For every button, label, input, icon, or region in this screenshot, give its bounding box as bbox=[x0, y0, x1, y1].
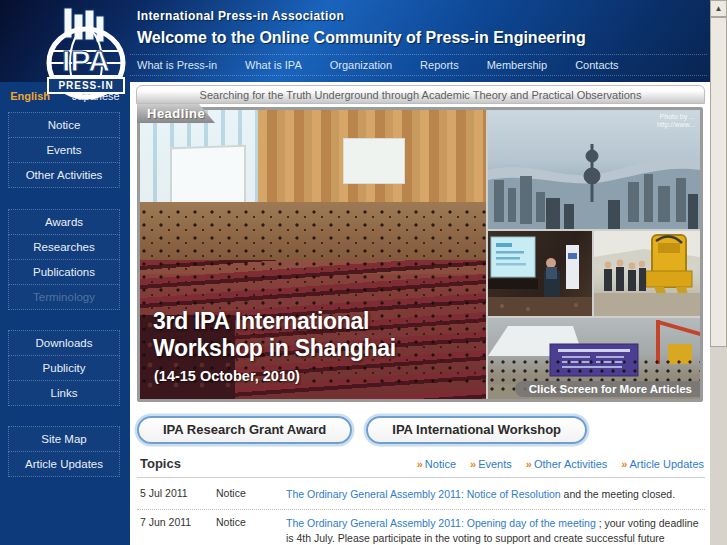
topic-category: Notice bbox=[216, 487, 276, 499]
topic-link[interactable]: The Ordinary General Assembly 2011: Noti… bbox=[286, 488, 561, 500]
nav-contacts[interactable]: Contacts bbox=[575, 59, 618, 71]
topic-description: The Ordinary General Assembly 2011: Noti… bbox=[286, 487, 705, 502]
headline-title: 3rd IPA International Workshop in Shangh… bbox=[153, 308, 463, 362]
topic-date: 7 Jun 2011 bbox=[140, 516, 208, 528]
ipa-logo[interactable]: IPA PRESS-IN bbox=[34, 5, 138, 107]
quick-buttons: IPA Research Grant Award IPA Internation… bbox=[137, 416, 587, 444]
main-nav: What is Press-in What is IPA Organizatio… bbox=[130, 54, 707, 76]
vertical-scrollbar[interactable]: ▲ bbox=[710, 0, 727, 545]
photo-credit: Photo by ... http://www... bbox=[657, 113, 695, 129]
sidebar-item-publications[interactable]: Publications bbox=[8, 259, 120, 285]
sidebar-item-links[interactable]: Links bbox=[8, 380, 120, 406]
svg-text:IPA: IPA bbox=[62, 44, 110, 77]
photo-presentation[interactable] bbox=[488, 231, 592, 316]
svg-text:PRESS-IN: PRESS-IN bbox=[58, 80, 113, 91]
topic-link[interactable]: The Ordinary General Assembly 2011: Open… bbox=[286, 517, 596, 529]
sidebar-item-notice[interactable]: Notice bbox=[8, 112, 120, 138]
sidebar: English Japanese Notice Events Other Act… bbox=[0, 82, 130, 545]
sidebar-item-terminology: Terminology bbox=[8, 284, 120, 310]
ipa-globe-icon: IPA PRESS-IN bbox=[34, 5, 138, 107]
sidebar-item-events[interactable]: Events bbox=[8, 137, 120, 163]
nav-reports[interactable]: Reports bbox=[420, 59, 459, 71]
photo-montage[interactable]: 3rd IPA International Workshop in Shangh… bbox=[140, 110, 700, 399]
topic-date: 5 Jul 2011 bbox=[140, 487, 208, 499]
topics-link-article-updates[interactable]: »Article Updates bbox=[621, 458, 704, 470]
topics-link-notice[interactable]: »Notice bbox=[417, 458, 456, 470]
nav-organization[interactable]: Organization bbox=[330, 59, 392, 71]
sidebar-item-researches[interactable]: Researches bbox=[8, 234, 120, 260]
topics-link-events[interactable]: »Events bbox=[470, 458, 512, 470]
scroll-up-icon[interactable]: ▲ bbox=[710, 0, 727, 17]
welcome-heading: Welcome to the Online Community of Press… bbox=[137, 29, 586, 47]
sidebar-item-awards[interactable]: Awards bbox=[8, 209, 120, 235]
tagline-banner: Searching for the Truth Underground thro… bbox=[136, 85, 705, 104]
bullet-icon: » bbox=[526, 458, 532, 470]
headline-photo-panel[interactable]: 3rd IPA International Workshop in Shangh… bbox=[137, 107, 703, 402]
international-workshop-button[interactable]: IPA International Workshop bbox=[366, 416, 587, 444]
sidebar-item-other-activities[interactable]: Other Activities bbox=[8, 162, 120, 188]
sidebar-group-misc: Downloads Publicity Links bbox=[8, 331, 120, 406]
main-content: Searching for the Truth Underground thro… bbox=[130, 82, 710, 545]
sidebar-group-site: Site Map Article Updates bbox=[8, 427, 120, 477]
headline-subtitle: (14-15 October, 2010) bbox=[154, 368, 300, 384]
bullet-icon: » bbox=[417, 458, 423, 470]
sidebar-item-publicity[interactable]: Publicity bbox=[8, 355, 120, 381]
topic-category: Notice bbox=[216, 516, 276, 528]
topics-heading: Topics bbox=[140, 456, 181, 471]
org-title: International Press-in Association bbox=[137, 9, 344, 23]
research-grant-award-button[interactable]: IPA Research Grant Award bbox=[137, 416, 352, 444]
photo-workshop-hall[interactable]: 3rd IPA International Workshop in Shangh… bbox=[140, 110, 486, 399]
sidebar-group-resources: Awards Researches Publications Terminolo… bbox=[8, 210, 120, 310]
photo-detail bbox=[343, 138, 405, 184]
nav-what-is-ipa[interactable]: What is IPA bbox=[245, 59, 302, 71]
topics-link-other-activities[interactable]: »Other Activities bbox=[526, 458, 607, 470]
sidebar-group-news: Notice Events Other Activities bbox=[8, 113, 120, 188]
photo-pressin-machine[interactable] bbox=[594, 231, 700, 316]
page: International Press-in Association Welco… bbox=[0, 0, 727, 545]
divider bbox=[137, 509, 705, 510]
scrollbar-thumb[interactable] bbox=[710, 17, 727, 347]
sidebar-item-downloads[interactable]: Downloads bbox=[8, 330, 120, 356]
sidebar-item-site-map[interactable]: Site Map bbox=[8, 426, 120, 452]
photo-shanghai-aerial[interactable]: Photo by ... http://www... bbox=[488, 110, 700, 229]
sidebar-item-article-updates[interactable]: Article Updates bbox=[8, 451, 120, 477]
more-articles-button[interactable]: Click Screen for More Articles bbox=[515, 381, 700, 397]
bullet-icon: » bbox=[470, 458, 476, 470]
nav-membership[interactable]: Membership bbox=[487, 59, 548, 71]
topic-description: The Ordinary General Assembly 2011: Open… bbox=[286, 516, 705, 545]
topics-quicklinks: »Notice »Events »Other Activities »Artic… bbox=[417, 458, 704, 470]
nav-what-is-press-in[interactable]: What is Press-in bbox=[137, 59, 217, 71]
bullet-icon: » bbox=[621, 458, 627, 470]
divider bbox=[137, 477, 705, 478]
